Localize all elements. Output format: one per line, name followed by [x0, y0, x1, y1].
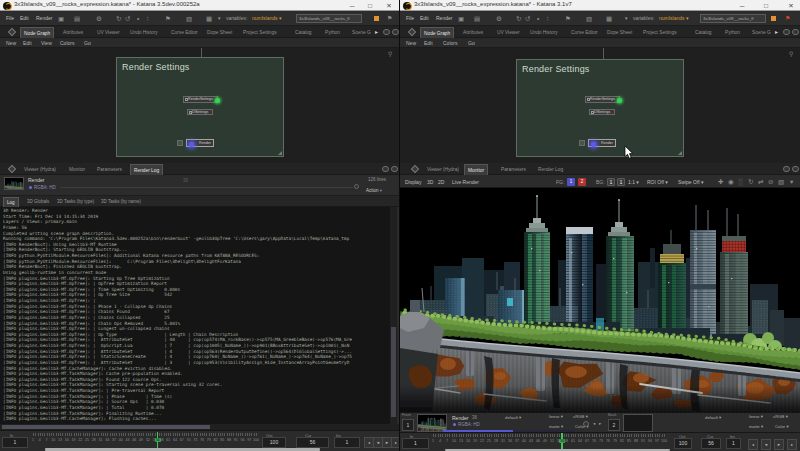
buffer-prev-icon[interactable]: ◂ — [593, 421, 595, 426]
view-3d-button[interactable]: 3D — [427, 179, 433, 185]
tab-render-log[interactable]: Render Log — [535, 164, 566, 175]
tab-dope-sheet[interactable]: Dope Sheet — [204, 27, 235, 38]
tab-project-settings[interactable]: Project Settings — [240, 27, 280, 38]
tab-overflow-icon[interactable]: ▸ — [775, 28, 778, 35]
pane-menu-icon[interactable] — [8, 164, 16, 172]
render-entry-name[interactable]: Render — [28, 177, 44, 183]
tab-catalog[interactable]: Catalog — [692, 27, 715, 38]
message-icon[interactable]: ▧ — [186, 14, 192, 23]
pane-menu-icon[interactable] — [411, 164, 419, 172]
tab-monitor[interactable]: Monitor — [464, 164, 488, 175]
render-stop-icon[interactable]: ↺ — [125, 14, 130, 23]
message-center-alert-icon[interactable]: ⚑ — [785, 14, 790, 21]
node-dlsettings[interactable]: DlSettings — [589, 109, 615, 115]
snapshot-caret-icon[interactable]: ▾ — [790, 177, 793, 186]
titlebar-right[interactable]: 3x3Islands_v09__rocks_expression.katana*… — [400, 0, 800, 11]
front-colorspace-dropdown[interactable]: linear ▾ — [549, 414, 563, 419]
tab-render-log[interactable]: Render Log — [130, 164, 163, 175]
new-scene-icon[interactable]: ▣ — [58, 14, 64, 23]
log-vertical-scrollbar[interactable] — [390, 207, 397, 424]
nodegraph-menu-new[interactable]: New — [406, 40, 416, 46]
message-icon[interactable]: ▧ — [586, 14, 592, 23]
back-buffer-thumbnail[interactable] — [623, 414, 653, 432]
maximize-button[interactable]: □ — [758, 0, 774, 11]
roi-dropdown[interactable]: ROI Off ▾ — [647, 179, 668, 185]
out-field[interactable]: 100 — [262, 437, 286, 448]
display-menu[interactable]: Display — [405, 179, 421, 185]
front-display-dropdown[interactable]: sRGB ▾ — [573, 414, 588, 419]
minimize-button[interactable]: ─ — [734, 0, 750, 11]
node-render[interactable]: Render — [588, 139, 616, 147]
play-forward-button[interactable]: ► — [774, 439, 784, 450]
nodegraph-canvas-left[interactable]: Render Settings RenderSettings DlSetting… — [0, 48, 399, 163]
tab-catalog[interactable]: Catalog — [292, 27, 315, 38]
nodegraph-canvas-right[interactable]: Render Settings RenderSettings DlSetting… — [400, 48, 800, 163]
timeline-ruler[interactable]: 1471013161922252831343740434649525558616… — [31, 432, 260, 448]
action-dropdown[interactable]: Action ▾ — [366, 188, 382, 193]
pane-float-icon[interactable] — [392, 29, 399, 36]
close-button[interactable]: ✕ — [783, 0, 799, 11]
front-channel[interactable]: RGBA: HD — [458, 422, 480, 427]
node-dlsettings[interactable]: DlSettings — [187, 109, 213, 115]
menu-edit[interactable]: Edit — [20, 15, 29, 21]
scene-name-box[interactable]: 3x3Islands_v09__rocks_fl — [700, 14, 766, 23]
fg-buffer-2-chip[interactable]: 2 — [578, 178, 586, 186]
cancel-render-icon[interactable] — [354, 184, 359, 189]
backdrop-resize-grip[interactable] — [278, 151, 282, 155]
render-log-output[interactable]: 3D Render: Render Start Time: Fri Dec 13… — [0, 207, 390, 424]
pane-menu-icon[interactable] — [8, 27, 16, 35]
tab-viewer-hydra-[interactable]: Viewer (Hydra) — [424, 164, 462, 175]
nodegraph-menu-new[interactable]: New — [6, 40, 16, 46]
scrollbar-thumb[interactable] — [391, 327, 396, 417]
grid-icon[interactable]: ▦ — [206, 14, 212, 23]
back-color-dropdown[interactable]: Color ▾ — [775, 424, 789, 429]
play-back-button[interactable]: ◄ — [761, 439, 771, 450]
zoom-dropdown[interactable]: 1:1 ▾ — [628, 179, 639, 185]
menu-render[interactable]: Render — [436, 15, 452, 21]
magnifier-icon[interactable]: ⚲ — [388, 50, 392, 57]
expression-icon[interactable]: • — [137, 14, 139, 23]
timeline-ruler[interactable]: 1471013161922252831343740434649525558616… — [431, 433, 668, 449]
pane-split-icon[interactable] — [783, 166, 790, 173]
titlebar-left[interactable]: 3x3Islands_v09__rocks_expression.katana*… — [0, 0, 399, 11]
pane-split-icon[interactable] — [783, 29, 790, 36]
node-render[interactable]: Render — [186, 139, 214, 147]
cur-field[interactable]: 56 — [296, 437, 329, 448]
nodegraph-menu-view[interactable]: View — [41, 40, 52, 46]
tab-log[interactable]: Log — [3, 197, 19, 207]
inc-field[interactable]: 1 — [726, 438, 741, 449]
pane-menu-icon[interactable] — [408, 27, 416, 35]
scrollbar-thumb[interactable] — [2, 425, 210, 429]
maximize-button[interactable]: □ — [362, 0, 378, 11]
tab-overflow-icon[interactable]: ▸ — [375, 28, 378, 35]
front-buffer-number[interactable]: 1 — [402, 419, 414, 431]
variables-caret-icon[interactable]: ▾ — [218, 15, 221, 21]
tab-undo-history[interactable]: Undo History — [127, 27, 161, 38]
tab-3d-globals[interactable]: 3D Globals — [24, 197, 52, 207]
front-view-dropdown[interactable]: default ▾ — [505, 415, 521, 420]
tab-curve-editor[interactable]: Curve Editor — [568, 27, 601, 38]
menu-edit[interactable]: Edit — [420, 15, 429, 21]
render-channel[interactable]: RGBA: HD — [34, 185, 56, 190]
render-indicator-icon[interactable] — [771, 16, 776, 21]
render-stop-icon[interactable]: ↺ — [525, 14, 530, 23]
open-scene-icon[interactable]: ▤ — [74, 14, 80, 23]
crosshair-icon[interactable]: ✚ — [718, 177, 723, 186]
tab-attributes[interactable]: Attributes — [60, 27, 86, 38]
compare-icon[interactable]: ⇄ — [758, 177, 763, 186]
scene-name-box[interactable]: 3x3Islands_v09__rocks_fl — [296, 14, 362, 23]
pane-split-icon[interactable] — [382, 166, 389, 173]
cur-field[interactable]: 56 — [701, 438, 721, 449]
grid-icon[interactable]: ▦ — [606, 14, 612, 23]
tab-3d-tasks-by-type-[interactable]: 3D Tasks (by type) — [54, 197, 97, 207]
out-field[interactable]: 100 — [674, 438, 692, 449]
tab-parameters[interactable]: Parameters — [498, 164, 529, 175]
magnifier-icon[interactable]: ⚲ — [789, 50, 793, 57]
swipe-dropdown[interactable]: Swipe Off ▾ — [678, 179, 703, 185]
tab-python[interactable]: Python — [722, 27, 743, 38]
back-display-dropdown[interactable]: sRGB ▾ — [773, 414, 788, 419]
pane-split-icon[interactable] — [383, 29, 390, 36]
tab-viewer-hydra-[interactable]: Viewer (Hydra) — [21, 164, 59, 175]
minimize-button[interactable]: ─ — [344, 0, 360, 11]
tab-python[interactable]: Python — [322, 27, 343, 38]
